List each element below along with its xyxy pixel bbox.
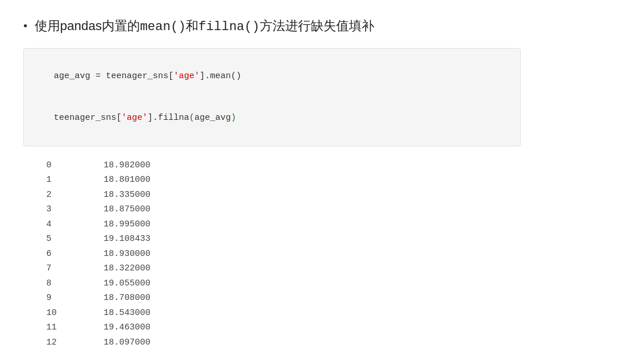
row-value: 18.995000 bbox=[81, 217, 150, 232]
row-index: 0 bbox=[46, 158, 81, 173]
table-row: 12 18.097000 bbox=[46, 335, 621, 348]
table-row: 1 18.801000 bbox=[46, 173, 621, 188]
table-row: 10 18.543000 bbox=[46, 306, 621, 321]
row-value: 18.982000 bbox=[81, 158, 150, 173]
text-middle: 和 bbox=[186, 19, 198, 33]
table-row: 9 18.708000 bbox=[46, 291, 621, 306]
row-value: 19.108433 bbox=[81, 232, 150, 247]
row-index: 8 bbox=[46, 276, 81, 291]
row-value: 18.708000 bbox=[81, 291, 150, 306]
row-value: 19.463000 bbox=[81, 320, 150, 335]
code-line2-part1: teenager_sns[ bbox=[54, 113, 122, 123]
code-line2-string1: 'age' bbox=[122, 113, 148, 123]
row-index: 3 bbox=[46, 202, 81, 217]
row-index: 7 bbox=[46, 261, 81, 276]
row-value: 18.875000 bbox=[81, 202, 150, 217]
row-value: 18.801000 bbox=[81, 173, 150, 188]
bullet-section: • 使用pandas内置的mean()和fillna()方法进行缺失值填补 bbox=[23, 17, 621, 36]
table-row: 6 18.930000 bbox=[46, 247, 621, 262]
row-index: 12 bbox=[46, 335, 81, 348]
row-value: 19.055000 bbox=[81, 276, 150, 291]
code-line1-part1: age_avg = teenager_sns[ bbox=[54, 71, 174, 81]
code-fillna: fillna() bbox=[198, 20, 260, 34]
table-row: 8 19.055000 bbox=[46, 276, 621, 291]
table-row: 4 18.995000 bbox=[46, 217, 621, 232]
bullet-dot: • bbox=[23, 17, 28, 35]
code-line2-paren2: ) bbox=[231, 113, 236, 123]
code-line-1: age_avg = teenager_sns['age'].mean() bbox=[33, 56, 511, 97]
code-line-2: teenager_sns['age'].fillna(age_avg) bbox=[33, 97, 511, 139]
row-value: 18.335000 bbox=[81, 188, 150, 203]
row-index: 11 bbox=[46, 320, 81, 335]
row-value: 18.930000 bbox=[81, 247, 150, 262]
row-value: 18.097000 bbox=[81, 335, 150, 348]
table-row: 7 18.322000 bbox=[46, 261, 621, 276]
row-value: 18.322000 bbox=[81, 261, 150, 276]
code-line1-string1: 'age' bbox=[174, 71, 200, 81]
table-row: 11 19.463000 bbox=[46, 320, 621, 335]
row-index: 6 bbox=[46, 247, 81, 262]
row-index: 1 bbox=[46, 173, 81, 188]
code-line1-part2: ].mean() bbox=[200, 71, 241, 81]
table-row: 2 18.335000 bbox=[46, 188, 621, 203]
code-line2-part2: ].fillna bbox=[148, 113, 189, 123]
row-index: 9 bbox=[46, 291, 81, 306]
row-index: 4 bbox=[46, 217, 81, 232]
code-line2-paren1: ( bbox=[189, 113, 194, 123]
code-line2-part3: age_avg bbox=[194, 113, 231, 123]
text-before: 使用pandas内置的 bbox=[35, 19, 140, 33]
table-row: 0 18.982000 bbox=[46, 158, 621, 173]
row-index: 2 bbox=[46, 188, 81, 203]
table-row: 5 19.108433 bbox=[46, 232, 621, 247]
table-row: 3 18.875000 bbox=[46, 202, 621, 217]
output-table: 0 18.9820001 18.8010002 18.3350003 18.87… bbox=[46, 158, 621, 348]
bullet-text: 使用pandas内置的mean()和fillna()方法进行缺失值填补 bbox=[35, 17, 374, 36]
row-index: 10 bbox=[46, 306, 81, 321]
code-mean: mean() bbox=[140, 20, 186, 34]
code-block: age_avg = teenager_sns['age'].mean() tee… bbox=[23, 48, 521, 146]
text-after: 方法进行缺失值填补 bbox=[260, 19, 374, 33]
row-value: 18.543000 bbox=[81, 306, 150, 321]
row-index: 5 bbox=[46, 232, 81, 247]
